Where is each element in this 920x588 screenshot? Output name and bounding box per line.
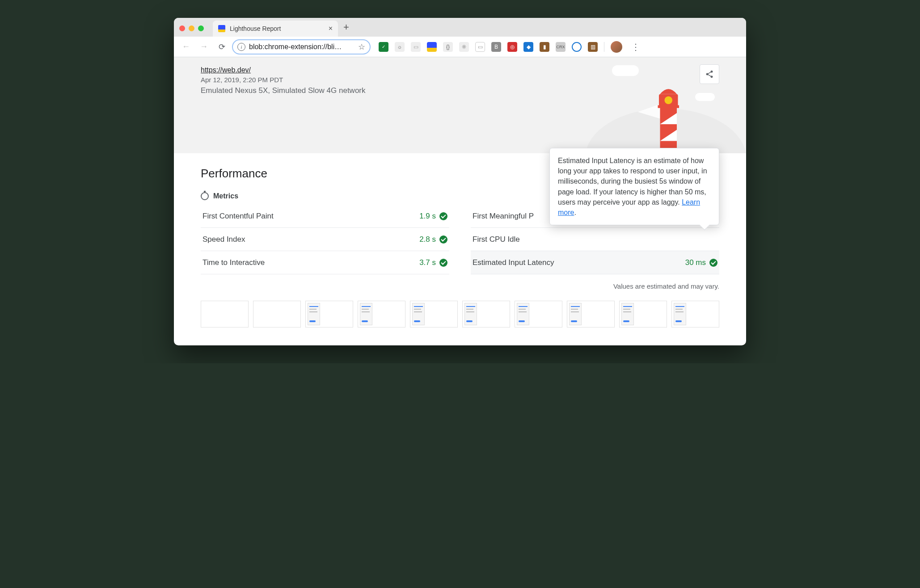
lighthouse-favicon xyxy=(218,25,225,32)
metrics-label: Metrics xyxy=(213,192,238,200)
filmstrip-frame[interactable] xyxy=(567,301,615,328)
close-tab-icon[interactable]: × xyxy=(329,25,333,33)
metric-value: 3.7 s xyxy=(419,258,436,267)
extension-icon[interactable]: CRX xyxy=(556,42,566,52)
metric-row-fcp[interactable]: First Contentful Paint 1.9 s xyxy=(201,205,449,228)
metric-row-tti[interactable]: Time to Interactive 3.7 s xyxy=(201,251,449,274)
filmstrip-frame[interactable] xyxy=(201,301,249,328)
site-info-icon[interactable]: i xyxy=(237,43,245,51)
maximize-window-button[interactable] xyxy=(198,25,204,31)
extension-icon[interactable]: ▮ xyxy=(540,42,549,52)
browser-window: Lighthouse Report × + ← → ⟳ i blob:chrom… xyxy=(174,18,746,345)
back-button[interactable]: ← xyxy=(178,39,194,55)
filmstrip-frame[interactable] xyxy=(358,301,405,328)
extension-icon[interactable]: ◆ xyxy=(523,42,533,52)
filmstrip-frame[interactable] xyxy=(619,301,667,328)
profile-avatar[interactable] xyxy=(611,41,622,53)
pass-check-icon xyxy=(439,212,447,220)
filmstrip-frame[interactable] xyxy=(462,301,510,328)
separator xyxy=(604,42,604,52)
url-text: blob:chrome-extension://bli… xyxy=(249,43,354,51)
metric-value: 1.9 s xyxy=(419,212,436,221)
pass-check-icon xyxy=(439,235,447,244)
browser-toolbar: ← → ⟳ i blob:chrome-extension://bli… ☆ ✓… xyxy=(174,37,746,57)
forward-button[interactable]: → xyxy=(196,39,211,55)
metric-name: First CPU Idle xyxy=(473,235,520,244)
filmstrip-frame[interactable] xyxy=(410,301,458,328)
metrics-column-left: First Contentful Paint 1.9 s Speed Index… xyxy=(201,205,449,274)
extension-icon[interactable]: ☼ xyxy=(395,42,405,52)
reload-button[interactable]: ⟳ xyxy=(214,39,229,55)
metric-name: Speed Index xyxy=(203,235,245,244)
metric-row-eil[interactable]: Estimated Input Latency 30 ms xyxy=(471,251,719,274)
metric-tooltip: Estimated Input Latency is an estimate o… xyxy=(549,148,719,225)
share-button[interactable] xyxy=(700,64,719,84)
extension-icon[interactable]: ◎ xyxy=(507,42,517,52)
browser-tab[interactable]: Lighthouse Report × xyxy=(213,21,338,37)
metric-value: 2.8 s xyxy=(419,235,436,244)
cloud-icon xyxy=(695,93,715,101)
share-icon xyxy=(705,70,714,79)
stopwatch-icon xyxy=(201,192,209,200)
extension-icon[interactable]: ▭ xyxy=(475,42,485,52)
metric-name: Time to Interactive xyxy=(203,258,265,267)
minimize-window-button[interactable] xyxy=(189,25,194,31)
new-tab-button[interactable]: + xyxy=(343,21,349,33)
metric-value: 30 ms xyxy=(685,258,706,267)
bookmark-star-icon[interactable]: ☆ xyxy=(358,42,365,52)
extension-icon[interactable]: ✓ xyxy=(379,42,388,52)
extension-icon[interactable] xyxy=(572,42,582,52)
svg-point-6 xyxy=(665,97,673,105)
filmstrip-frame[interactable] xyxy=(253,301,301,328)
pass-check-icon xyxy=(709,259,717,267)
filmstrip-frame[interactable] xyxy=(305,301,353,328)
report-content: Performance Metrics First Contentful Pai… xyxy=(174,153,746,345)
svg-marker-0 xyxy=(638,104,660,119)
metric-row-speed-index[interactable]: Speed Index 2.8 s xyxy=(201,228,449,251)
extension-icon[interactable]: {} xyxy=(443,42,453,52)
filmstrip-frame[interactable] xyxy=(515,301,562,328)
window-controls xyxy=(179,25,213,37)
svg-rect-7 xyxy=(658,105,679,108)
metrics-footnote: Values are estimated and may vary. xyxy=(201,282,719,290)
lighthouse-extension-icon[interactable] xyxy=(427,42,437,52)
metric-name: First Contentful Paint xyxy=(203,212,274,221)
report-header: https://web.dev/ Apr 12, 2019, 2:20 PM P… xyxy=(174,57,746,153)
filmstrip xyxy=(201,301,719,328)
metric-name: First Meaningful P xyxy=(473,212,534,221)
address-bar[interactable]: i blob:chrome-extension://bli… ☆ xyxy=(232,39,371,55)
titlebar: Lighthouse Report × + xyxy=(174,18,746,37)
extension-icon[interactable]: ❋ xyxy=(459,42,469,52)
metric-row-first-cpu-idle[interactable]: First CPU Idle xyxy=(471,228,719,251)
extensions-row: ✓ ☼ ▭ {} ❋ ▭ B ◎ ◆ ▮ CRX ▥ ⋮ xyxy=(379,41,643,53)
extension-icon[interactable]: B xyxy=(491,42,501,52)
extension-icon[interactable]: ▭ xyxy=(411,42,421,52)
metric-name: Estimated Input Latency xyxy=(473,258,554,267)
chrome-menu-icon[interactable]: ⋮ xyxy=(629,42,643,52)
lighthouse-illustration xyxy=(634,73,697,153)
pass-check-icon xyxy=(439,259,447,267)
close-window-button[interactable] xyxy=(179,25,185,31)
tab-title: Lighthouse Report xyxy=(230,25,324,32)
tested-url-link[interactable]: https://web.dev/ xyxy=(201,66,251,74)
extension-icon[interactable]: ▥ xyxy=(588,42,598,52)
filmstrip-frame[interactable] xyxy=(671,301,719,328)
